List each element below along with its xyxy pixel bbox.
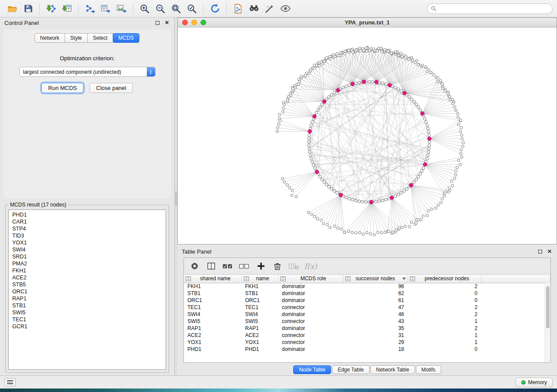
mcds-result-item[interactable]: PMA2 — [12, 260, 162, 267]
network-node[interactable] — [421, 64, 424, 67]
network-node[interactable] — [333, 225, 336, 227]
float-panel-icon[interactable] — [537, 248, 543, 254]
memory-button[interactable]: Memory — [515, 378, 553, 387]
network-node[interactable] — [339, 52, 342, 54]
network-node[interactable] — [329, 226, 331, 229]
network-node[interactable] — [300, 75, 303, 78]
mcds-result-item[interactable]: CAR1 — [12, 218, 162, 225]
network-node[interactable] — [336, 192, 338, 194]
network-node[interactable] — [401, 55, 403, 58]
network-node[interactable] — [437, 204, 439, 206]
network-node[interactable] — [287, 95, 290, 98]
network-node[interactable] — [430, 71, 432, 74]
network-node[interactable] — [369, 49, 371, 52]
table-row[interactable]: FKH1FKH1dominator962 — [184, 283, 550, 290]
network-node[interactable] — [459, 163, 462, 166]
network-node[interactable] — [282, 110, 284, 113]
network-node[interactable] — [387, 230, 390, 233]
network-node[interactable] — [362, 233, 364, 236]
network-node[interactable] — [336, 52, 339, 55]
network-node[interactable] — [358, 81, 360, 84]
network-node[interactable] — [325, 57, 328, 59]
network-titlebar[interactable]: YPA_prune.txt_1 — [178, 18, 557, 28]
network-node[interactable] — [323, 60, 325, 62]
network-node[interactable] — [413, 100, 415, 103]
network-node[interactable] — [444, 90, 446, 93]
network-node[interactable] — [329, 55, 332, 58]
network-node[interactable] — [377, 231, 379, 234]
network-node[interactable] — [312, 164, 315, 166]
network-node[interactable] — [277, 123, 280, 125]
network-node[interactable] — [308, 141, 310, 143]
network-node[interactable] — [415, 103, 418, 106]
network-node[interactable] — [381, 199, 384, 202]
network-node[interactable] — [318, 106, 321, 108]
network-node[interactable] — [457, 112, 459, 115]
network-node[interactable] — [380, 47, 382, 50]
import-table-icon[interactable] — [60, 2, 73, 15]
network-node[interactable] — [328, 186, 330, 188]
search-field[interactable] — [427, 3, 553, 14]
network-node[interactable] — [373, 234, 376, 236]
network-node[interactable] — [425, 65, 427, 68]
table-scroll-area[interactable]: shared namenameMCDS rolesuccessor nodesp… — [184, 275, 550, 362]
network-node[interactable] — [455, 170, 457, 172]
mcds-dominator-node[interactable] — [339, 193, 343, 197]
network-node[interactable] — [387, 50, 390, 52]
network-node[interactable] — [372, 48, 375, 50]
mcds-dominator-node[interactable] — [336, 89, 340, 92]
network-node[interactable] — [405, 55, 407, 58]
network-node[interactable] — [348, 197, 350, 200]
network-node[interactable] — [426, 124, 428, 127]
network-node[interactable] — [426, 214, 429, 217]
export-table-icon[interactable] — [99, 2, 112, 15]
deselect-all-icon[interactable] — [239, 261, 249, 272]
network-node[interactable] — [347, 230, 350, 233]
column-header-shared-name[interactable]: shared name — [184, 275, 242, 283]
network-node[interactable] — [397, 88, 400, 90]
column-header-successor-nodes[interactable]: successor nodes — [343, 275, 408, 283]
network-canvas[interactable] — [178, 28, 557, 244]
network-node[interactable] — [315, 111, 318, 114]
table-row[interactable]: ORC1ORC1dominator610 — [184, 297, 550, 304]
network-node[interactable] — [318, 175, 321, 178]
mcds-dominator-node[interactable] — [351, 82, 354, 86]
maximize-window-icon[interactable] — [201, 20, 206, 25]
tab-motifs[interactable]: Motifs — [416, 365, 441, 374]
network-node[interactable] — [330, 188, 333, 190]
network-node[interactable] — [351, 231, 353, 234]
mcds-result-list[interactable]: PHD1CAR1STP4TID3YOX1SWI4SRD1PMA2FKH1ACE2… — [8, 210, 166, 370]
network-node[interactable] — [365, 50, 368, 52]
network-node[interactable] — [400, 89, 402, 92]
network-node[interactable] — [310, 124, 312, 127]
zoom-selected-icon[interactable] — [185, 2, 198, 15]
style-wand-icon[interactable] — [263, 2, 276, 15]
table-row[interactable]: SWI4SWI4dominator462 — [184, 311, 550, 318]
network-node[interactable] — [317, 108, 319, 111]
network-node[interactable] — [460, 149, 463, 151]
network-node[interactable] — [449, 189, 451, 192]
mcds-result-item[interactable]: STB1 — [12, 302, 162, 309]
mcds-dominator-node[interactable] — [423, 163, 427, 166]
network-node[interactable] — [278, 113, 281, 116]
network-node[interactable] — [461, 145, 464, 148]
mcds-result-item[interactable]: SWI5 — [12, 309, 162, 316]
network-node[interactable] — [354, 199, 357, 202]
network-node[interactable] — [320, 219, 322, 222]
show-hide-icon[interactable] — [279, 2, 292, 15]
network-node[interactable] — [288, 186, 291, 189]
network-node[interactable] — [453, 177, 456, 180]
tab-style[interactable]: Style — [65, 33, 88, 43]
network-node[interactable] — [333, 189, 336, 192]
network-node[interactable] — [380, 231, 383, 234]
mcds-dominator-node[interactable] — [322, 100, 326, 103]
network-node[interactable] — [359, 47, 361, 50]
network-node[interactable] — [394, 195, 397, 197]
network-node[interactable] — [365, 47, 367, 49]
network-node[interactable] — [351, 198, 354, 201]
mcds-result-item[interactable]: GCR1 — [12, 323, 162, 330]
network-node[interactable] — [348, 84, 350, 86]
network-node[interactable] — [358, 200, 360, 203]
mcds-result-item[interactable]: YOX1 — [12, 239, 162, 246]
network-node[interactable] — [452, 102, 454, 105]
